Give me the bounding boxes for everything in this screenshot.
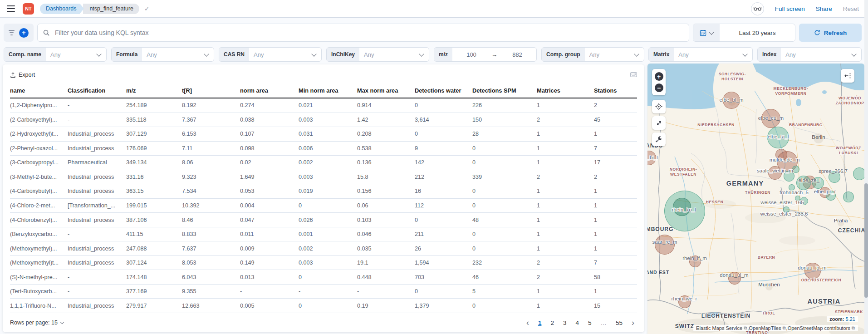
table-cell: 254.189 [126, 102, 182, 108]
table-cell: Industrial_process [68, 246, 126, 252]
table-cell: (Benzyloxycarbo... [10, 231, 68, 237]
map-place-label-wojew-d-zachodniop: WOJEWÓD ZACHODNIOP [835, 96, 864, 105]
table-cell: 0 [415, 102, 472, 108]
tools-icon [655, 136, 662, 143]
crosshair-icon [655, 103, 662, 110]
column-header-matrices[interactable]: Matrices [537, 87, 594, 94]
legend-collapse-button[interactable] [841, 69, 854, 83]
full-screen-button[interactable]: Full screen [775, 5, 805, 12]
page-button-55[interactable]: 55 [616, 319, 623, 326]
expand-diagonal-icon [656, 120, 662, 127]
column-header-detections-water[interactable]: Detections water [415, 87, 472, 94]
filter-formula[interactable]: FormulaAny [111, 47, 214, 62]
table-cell: 279.917 [126, 303, 182, 309]
export-button[interactable]: Export [10, 72, 35, 78]
prev-page-button[interactable]: ‹ [526, 319, 529, 327]
page-button-5[interactable]: 5 [588, 319, 592, 326]
filter-comp-group[interactable]: Comp. groupAny [541, 47, 644, 62]
inspect-glasses-icon[interactable] [751, 2, 764, 15]
map-tools-button[interactable] [652, 133, 666, 146]
table-cell: 0.006 [299, 145, 357, 152]
map-place-label-liechtenstein: LIECHTENSTEIN [701, 313, 750, 319]
page-button-2[interactable]: 2 [550, 319, 554, 326]
table-cell: 0.06 [357, 202, 415, 209]
search-icon [43, 29, 50, 36]
range-to-value[interactable]: 882 [498, 51, 536, 58]
stations-map[interactable]: elbe_bl_melbe_cu_melbe_ta_lmulde_de_msaa… [647, 64, 864, 334]
filter-index[interactable]: IndexAny [757, 47, 862, 62]
attribution-link-openmaptiles[interactable]: OpenMapTiles [749, 325, 781, 331]
time-range-value[interactable]: Last 20 years [720, 24, 795, 41]
table-cell: 0 [472, 159, 537, 166]
pagination-ellipsis: … [600, 319, 607, 326]
filter-m-z[interactable]: m/z100→882 [434, 47, 537, 62]
breadcrumb-current[interactable]: ntsp_find_feature [83, 4, 139, 14]
page-button-3[interactable]: 3 [563, 319, 567, 326]
rows-per-page-selector[interactable]: Rows per page: 15 [10, 319, 64, 326]
reset-button[interactable]: Reset [843, 5, 859, 12]
map-place-label-wojew-dz-lubuski: WOJEWÓDZ LUBUSKI [836, 146, 861, 155]
map-zoom-controls: + − [652, 69, 666, 95]
filter-comp-name[interactable]: Comp. nameAny [4, 47, 107, 62]
column-header-classification[interactable]: Classification [68, 87, 126, 94]
add-filter-button[interactable]: + [19, 28, 29, 38]
filter-cas-rn[interactable]: CAS RNAny [219, 47, 322, 62]
set-view-button[interactable] [652, 100, 666, 113]
table-cell: 142 [415, 159, 472, 166]
column-header-norm-area[interactable]: norm area [240, 87, 299, 94]
station-bubble[interactable] [655, 235, 675, 255]
filter-matrix[interactable]: MatrixAny [648, 47, 753, 62]
filter-value: Any [585, 51, 635, 58]
table-cell: 0.009 [240, 246, 299, 252]
column-header-t-r[interactable]: t[R] [182, 87, 240, 94]
features-table-panel: Export nameClassificationm/zt[R]norm are… [3, 64, 644, 332]
page-button-1[interactable]: 1 [538, 319, 542, 326]
zoom-out-button[interactable]: − [655, 84, 663, 92]
table-cell: 411.15 [126, 231, 182, 237]
filter-icon[interactable] [9, 30, 15, 35]
table-cell: 2 [594, 174, 637, 180]
table-cell: 2 [594, 102, 637, 108]
column-header-m-z[interactable]: m/z [126, 87, 182, 94]
attribution-link-elastic-maps-service[interactable]: Elastic Maps Service [696, 325, 742, 331]
map-city-label-praha: Praha [834, 217, 848, 224]
column-header-stations[interactable]: Stations [594, 87, 637, 94]
station-label-mulde-de-m: mulde_de_m [770, 157, 799, 162]
scrollbar-thumb[interactable] [864, 183, 868, 298]
table-cell: (4-Carboxybutyl)... [10, 188, 68, 194]
share-button[interactable]: Share [816, 5, 832, 12]
table-cell: 5 [472, 288, 537, 295]
map-attribution: Elastic Maps Service⧉, OpenMapTiles⧉, Op… [693, 325, 858, 331]
menu-icon[interactable] [7, 5, 15, 12]
column-header-min-norm-area[interactable]: Min norm area [299, 87, 357, 94]
filter-inchikey[interactable]: InChIKeyAny [326, 47, 429, 62]
arrow-right-icon: → [490, 51, 498, 58]
station-bubble[interactable] [792, 166, 799, 173]
table-cell: - [68, 102, 126, 108]
filter-label: InChIKey [327, 48, 359, 61]
attribution-link-openstreetmap-contributors[interactable]: OpenStreetMap contributors [788, 325, 850, 331]
station-bubble[interactable] [853, 167, 864, 180]
page-button-4[interactable]: 4 [575, 319, 579, 326]
refresh-button[interactable]: Refresh [799, 24, 862, 42]
keyboard-icon[interactable] [630, 71, 637, 79]
next-page-button[interactable]: › [632, 319, 634, 327]
column-header-detections-spm[interactable]: Detections SPM [472, 87, 537, 94]
station-bubble[interactable] [843, 192, 854, 202]
table-cell: 247.088 [126, 246, 182, 252]
table-cell: Industrial_process [68, 260, 126, 266]
range-from-value[interactable]: 100 [452, 51, 490, 58]
table-cell: 19.1 [357, 260, 415, 266]
table-cell: 0 [472, 188, 537, 194]
map-place-label-bayern: BAYERN [758, 255, 775, 260]
kql-search-input[interactable] [54, 29, 683, 37]
app-logo[interactable]: NT [23, 3, 34, 15]
date-picker-menu[interactable] [693, 24, 720, 41]
map-place-label-hessen: HESSEN [706, 200, 724, 205]
table-cell: 0.914 [357, 102, 415, 108]
fit-to-data-button[interactable] [652, 116, 666, 130]
column-header-name[interactable]: name [10, 87, 68, 94]
breadcrumb-dashboards[interactable]: Dashboards [40, 4, 80, 14]
zoom-in-button[interactable]: + [655, 72, 663, 81]
column-header-max-norm-area[interactable]: Max norm area [357, 87, 415, 94]
